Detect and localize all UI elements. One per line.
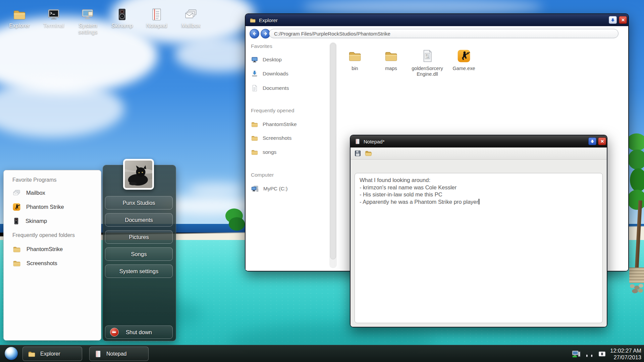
start-menu-documents-button[interactable]: Documents bbox=[105, 213, 173, 227]
button-label: Shut down bbox=[126, 329, 152, 336]
desktop-icon-label: Notepad bbox=[143, 22, 171, 29]
menu-item-label: Skinamp bbox=[25, 218, 47, 224]
file-item-bin[interactable]: bin bbox=[338, 49, 372, 71]
sidebar-item-label: PhantomStrike bbox=[263, 121, 297, 127]
desktop-icon-label: Terminal bbox=[40, 22, 68, 29]
desktop-icon-explorer[interactable]: Explorer bbox=[5, 7, 34, 29]
text-line: - His sister-in-law sold me this PC bbox=[360, 191, 598, 198]
skinamp-icon bbox=[12, 217, 20, 225]
address-bar[interactable] bbox=[269, 29, 619, 38]
desktop-icon-label: Mailbox bbox=[177, 22, 205, 29]
sidebar-header-frequent: Frequently opened bbox=[251, 107, 294, 114]
sidebar-item-songs[interactable]: songs bbox=[246, 146, 329, 158]
sidebar-item-label: Screenshots bbox=[263, 135, 291, 141]
file-item-game-exe[interactable]: Game.exe bbox=[447, 49, 481, 71]
sidebar-item-screenshots[interactable]: Screenshots bbox=[246, 132, 329, 144]
taskbar: Explorer Notepad 12:02:27 AM 27/07/2013 bbox=[0, 345, 644, 362]
arrow-right-icon bbox=[263, 31, 268, 36]
start-menu-header-frequent-folders: Frequently opened folders bbox=[12, 232, 75, 238]
open-icon[interactable] bbox=[364, 149, 373, 157]
desktop-icon-label: System settings bbox=[74, 22, 102, 35]
folder-icon bbox=[250, 17, 256, 23]
headphones-icon[interactable] bbox=[585, 349, 594, 359]
back-button[interactable] bbox=[250, 29, 259, 39]
desktop-icon-mailbox[interactable]: Mailbox bbox=[177, 7, 205, 29]
game-icon bbox=[12, 203, 21, 211]
sidebar-item-label: MyPC (C:) bbox=[263, 186, 287, 192]
desktop-icon-notepad[interactable]: Notepad bbox=[143, 7, 171, 29]
explorer-titlebar[interactable]: Explorer bbox=[246, 14, 628, 26]
minimize-button[interactable] bbox=[609, 16, 617, 24]
cat-photo bbox=[125, 161, 152, 188]
task-label: Notepad bbox=[106, 351, 127, 357]
sidebar-item-documents[interactable]: Documents bbox=[246, 82, 329, 94]
close-button[interactable] bbox=[619, 16, 627, 24]
file-item-maps[interactable]: maps bbox=[374, 49, 408, 71]
start-menu-item-phantomstrike-folder[interactable]: PhantomStrike bbox=[7, 242, 98, 256]
sidebar-item-desktop[interactable]: Desktop bbox=[246, 54, 329, 65]
start-menu-songs-button[interactable]: Songs bbox=[105, 247, 173, 261]
system-tray: 12:02:27 AM 27/07/2013 bbox=[571, 345, 641, 362]
sidebar-item-phantomstrike[interactable]: PhantomStrike bbox=[246, 119, 329, 130]
start-menu-item-phantom-strike[interactable]: Phantom Strike bbox=[7, 200, 98, 214]
network-computer-icon[interactable] bbox=[571, 349, 581, 359]
explorer-sidebar: Favorites Desktop Downloads Documents Fr… bbox=[246, 41, 329, 270]
shutdown-button[interactable]: Shut down bbox=[105, 325, 173, 339]
start-menu-pictures-button[interactable]: Pictures bbox=[105, 230, 173, 244]
start-button[interactable] bbox=[5, 347, 18, 360]
skinamp-icon bbox=[115, 7, 129, 21]
sidebar-header-favorites: Favorites bbox=[251, 43, 272, 50]
taskbar-task-explorer[interactable]: Explorer bbox=[22, 347, 82, 361]
minimize-button[interactable] bbox=[588, 137, 596, 145]
start-menu-item-screenshots-folder[interactable]: Screenshots bbox=[7, 256, 98, 270]
sidebar-item-mypc[interactable]: MyPC (C:) bbox=[246, 183, 329, 194]
button-label: System settings bbox=[119, 268, 158, 275]
taskbar-clock[interactable]: 12:02:27 AM 27/07/2013 bbox=[610, 347, 641, 361]
file-item-dll[interactable]: goldenSorceryEngine.dll bbox=[411, 49, 444, 77]
dll-file-icon bbox=[420, 49, 434, 63]
scrollbar-thumb[interactable] bbox=[330, 43, 336, 259]
start-menu-item-mailbox[interactable]: Mailbox bbox=[7, 186, 98, 200]
sidebar-item-downloads[interactable]: Downloads bbox=[246, 68, 329, 79]
sidebar-item-label: Downloads bbox=[263, 71, 288, 77]
start-menu-right-panel: Punx Studios Documents Pictures Songs Sy… bbox=[103, 165, 176, 341]
button-label: Pictures bbox=[129, 234, 149, 240]
notepad-icon bbox=[94, 350, 102, 358]
text-line: What I found looking around: bbox=[360, 177, 598, 184]
sidebar-item-label: Desktop bbox=[263, 57, 282, 63]
monitor-icon bbox=[251, 56, 258, 63]
arrow-down-icon bbox=[610, 18, 615, 22]
clock-time: 12:02:27 AM bbox=[610, 347, 641, 354]
folder-icon bbox=[28, 350, 36, 358]
menu-item-label: PhantomStrike bbox=[26, 246, 63, 252]
sidebar-scrollbar[interactable] bbox=[329, 42, 337, 268]
notepad-titlebar[interactable]: Notepad* bbox=[351, 135, 607, 147]
user-avatar[interactable] bbox=[123, 159, 154, 190]
folder-icon bbox=[347, 49, 363, 63]
sidebar-header-computer: Computer bbox=[251, 172, 274, 178]
start-menu-left-panel: Favorite Programs Mailbox Phantom Strike… bbox=[3, 170, 101, 341]
close-button[interactable] bbox=[598, 137, 606, 145]
close-icon bbox=[600, 139, 604, 143]
notepad-body: What I found looking around: - krimzon's… bbox=[351, 147, 607, 327]
save-icon[interactable] bbox=[354, 149, 362, 157]
file-label: goldenSorceryEngine.dll bbox=[411, 66, 444, 77]
computer-icon bbox=[251, 185, 259, 193]
taskbar-task-notepad[interactable]: Notepad bbox=[89, 347, 149, 361]
text-line: - Apparently he was a Phantom Strike pro… bbox=[360, 198, 598, 206]
sidebar-item-label: songs bbox=[263, 149, 276, 155]
start-menu-system-settings-button[interactable]: System settings bbox=[105, 264, 173, 278]
mailbox-icon bbox=[183, 7, 198, 21]
system-settings-icon bbox=[81, 7, 95, 21]
game-exe-icon bbox=[457, 49, 471, 63]
desktop-icon-label: Skinamp bbox=[108, 22, 136, 29]
start-menu-punx-studios-button[interactable]: Punx Studios bbox=[105, 196, 173, 209]
folder-icon bbox=[12, 245, 21, 253]
desktop-icon-skinamp[interactable]: Skinamp bbox=[108, 7, 136, 29]
desktop-icon-terminal[interactable]: Terminal bbox=[40, 7, 68, 29]
mailbox-icon bbox=[12, 189, 21, 197]
keyboard-icon[interactable] bbox=[598, 350, 606, 358]
start-menu-item-skinamp[interactable]: Skinamp bbox=[7, 214, 98, 228]
desktop-icon-system-settings[interactable]: System settings bbox=[74, 7, 102, 35]
notepad-text-area[interactable]: What I found looking around: - krimzon's… bbox=[355, 173, 603, 323]
